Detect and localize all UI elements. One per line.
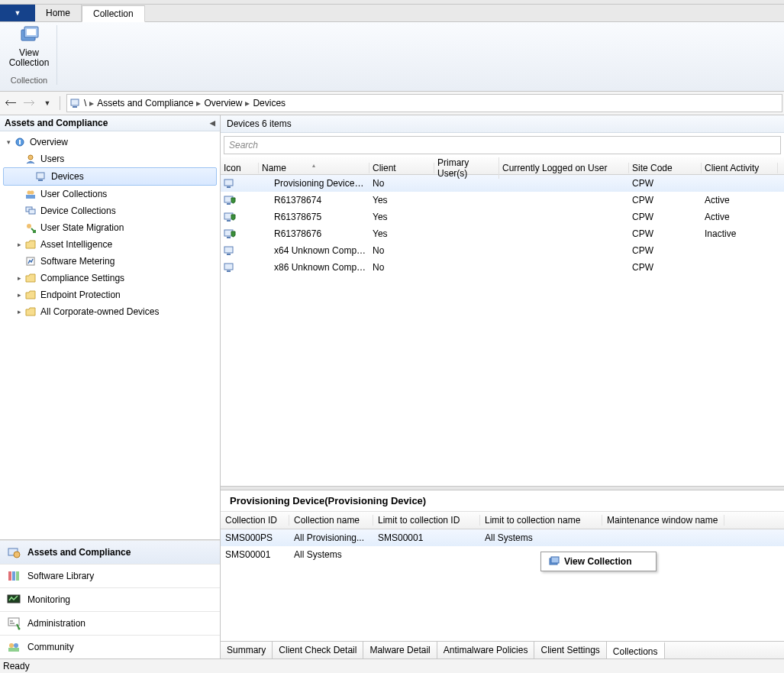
svg-rect-6 (19, 140, 21, 144)
tree-item-users[interactable]: Users (0, 150, 220, 167)
tab-collections[interactable]: Collections (607, 642, 665, 658)
tab-client-settings[interactable]: Client Settings (534, 642, 606, 658)
workspace-label: Software Library (27, 571, 94, 581)
ribbon-file-tab[interactable]: ▼ (0, 5, 35, 21)
cell-collection-id: SMS00001 (221, 549, 289, 560)
context-menu: View Collection (540, 552, 657, 571)
view-collection-label: View Collection (6, 48, 52, 68)
left-pane-title: Assets and Compliance (5, 118, 108, 128)
tab-client-check-detail[interactable]: Client Check Detail (273, 642, 363, 658)
table-row[interactable]: SMS000PSAll Provisioning...SMS00001All S… (221, 529, 784, 546)
view-collection-button[interactable]: View Collection (6, 25, 52, 68)
tree-item-label: Overview (30, 137, 68, 147)
row-icon (221, 178, 259, 189)
cell-site: CPW (629, 212, 702, 222)
cell-client: No (369, 245, 434, 256)
row-icon (221, 212, 259, 222)
table-row[interactable]: SMS00001All Systems (221, 546, 784, 563)
tree-item-compliance-settings[interactable]: ▸Compliance Settings (0, 270, 220, 286)
expand-icon[interactable]: ▸ (15, 291, 23, 299)
admin-icon (6, 616, 21, 630)
tree-item-endpoint-protection[interactable]: ▸Endpoint Protection (0, 286, 220, 303)
dcol-limit-name[interactable]: Limit to collection name (480, 515, 602, 526)
col-client[interactable]: Client (369, 163, 434, 173)
table-row[interactable]: x64 Unknown Computer...NoCPW (221, 242, 784, 259)
tree-item-software-metering[interactable]: Software Metering (0, 253, 220, 270)
dcol-limit-id[interactable]: Limit to collection ID (373, 515, 480, 526)
svg-rect-20 (12, 571, 15, 581)
tree-item-label: Endpoint Protection (40, 290, 121, 300)
workspace-community[interactable]: Community (0, 635, 220, 658)
table-row[interactable]: R61378675YesCPWActive (221, 209, 784, 225)
dcol-mwin[interactable]: Maintenance window name (602, 515, 724, 526)
tab-malware-detail[interactable]: Malware Detail (363, 642, 437, 658)
nav-forward-button[interactable]: 🡒 (20, 94, 38, 112)
tree-item-device-collections[interactable]: Device Collections (0, 202, 220, 219)
tree-item-all-corporate-owned-devices[interactable]: ▸All Corporate-owned Devices (0, 303, 220, 320)
expand-icon[interactable]: ▾ (5, 138, 12, 146)
ribbon-tab-collection[interactable]: Collection (82, 5, 145, 22)
tree-item-label: Users (40, 154, 64, 164)
table-row[interactable]: x86 Unknown Computer...NoCPW (221, 259, 784, 276)
breadcrumb-item[interactable]: Assets and Compliance (94, 98, 196, 108)
breadcrumb[interactable]: \ ▸ Assets and Compliance ▸ Overview ▸ D… (66, 94, 782, 112)
cell-client: No (369, 262, 434, 273)
col-name[interactable]: Name (259, 163, 369, 173)
tab-summary[interactable]: Summary (221, 642, 273, 658)
svg-rect-4 (73, 106, 77, 108)
nav-back-button[interactable]: 🡐 (2, 94, 20, 112)
tree-item-overview[interactable]: ▾Overview (0, 134, 220, 150)
col-primary-user[interactable]: Primary User(s) (434, 157, 499, 179)
context-menu-label: View Collection (564, 556, 631, 567)
device-icon (70, 98, 81, 108)
svg-rect-41 (551, 557, 559, 563)
tree-item-label: User State Migration (40, 222, 124, 233)
table-row[interactable]: Provisioning Device(Pro...NoCPW (221, 175, 784, 192)
table-row[interactable]: R61378676YesCPWInactive (221, 225, 784, 242)
breadcrumb-item[interactable]: Overview (201, 98, 245, 108)
row-icon (221, 262, 259, 273)
expand-icon[interactable]: ▸ (15, 241, 23, 248)
cell-client: Yes (369, 195, 434, 205)
expand-icon[interactable]: ▸ (15, 308, 23, 315)
tree-item-label: All Corporate-owned Devices (40, 306, 159, 317)
tree-item-asset-intelligence[interactable]: ▸Asset Intelligence (0, 236, 220, 253)
context-view-collection[interactable]: View Collection (543, 554, 654, 569)
tab-antimalware-policies[interactable]: Antimalware Policies (437, 642, 535, 658)
col-activity[interactable]: Client Activity (702, 163, 778, 173)
community-icon (6, 640, 21, 654)
workspace-assets-and-compliance[interactable]: Assets and Compliance (0, 540, 220, 564)
tree-item-devices[interactable]: Devices (3, 167, 217, 186)
folder-icon (24, 238, 37, 251)
tree-item-user-state-migration[interactable]: User State Migration (0, 219, 220, 236)
svg-rect-14 (29, 209, 35, 214)
breadcrumb-item[interactable]: Devices (250, 98, 289, 108)
breadcrumb-root[interactable]: \ (81, 98, 89, 108)
library-icon (6, 569, 21, 583)
detail-title: Provisioning Device(Provisioning Device) (221, 490, 784, 512)
svg-rect-9 (38, 180, 43, 181)
svg-point-25 (9, 643, 14, 648)
search-input[interactable]: Search (224, 136, 781, 154)
expand-icon[interactable]: ▸ (15, 274, 23, 282)
workspace-administration[interactable]: Administration (0, 611, 220, 635)
monitor-icon (6, 593, 21, 607)
dcol-collection-name[interactable]: Collection name (289, 515, 373, 526)
collapse-pane-icon[interactable]: ◀ (210, 119, 215, 127)
folder-icon (24, 289, 37, 301)
tree-item-label: User Collections (40, 189, 107, 199)
workspace-software-library[interactable]: Software Library (0, 564, 220, 587)
col-icon[interactable]: Icon (221, 163, 259, 173)
ribbon-tab-home[interactable]: Home (35, 5, 82, 21)
col-site-code[interactable]: Site Code (629, 163, 702, 173)
cell-client: No (369, 178, 434, 189)
device-icon (35, 170, 47, 183)
nav-history-dropdown[interactable]: ▼ (38, 94, 56, 112)
assets-icon (6, 545, 21, 559)
tree-item-user-collections[interactable]: User Collections (0, 186, 220, 202)
workspace-monitoring[interactable]: Monitoring (0, 587, 220, 611)
table-row[interactable]: R61378674YesCPWActive (221, 192, 784, 209)
dcol-collection-id[interactable]: Collection ID (221, 515, 289, 526)
col-logged-on[interactable]: Currently Logged on User (499, 163, 629, 173)
svg-point-11 (31, 191, 34, 195)
